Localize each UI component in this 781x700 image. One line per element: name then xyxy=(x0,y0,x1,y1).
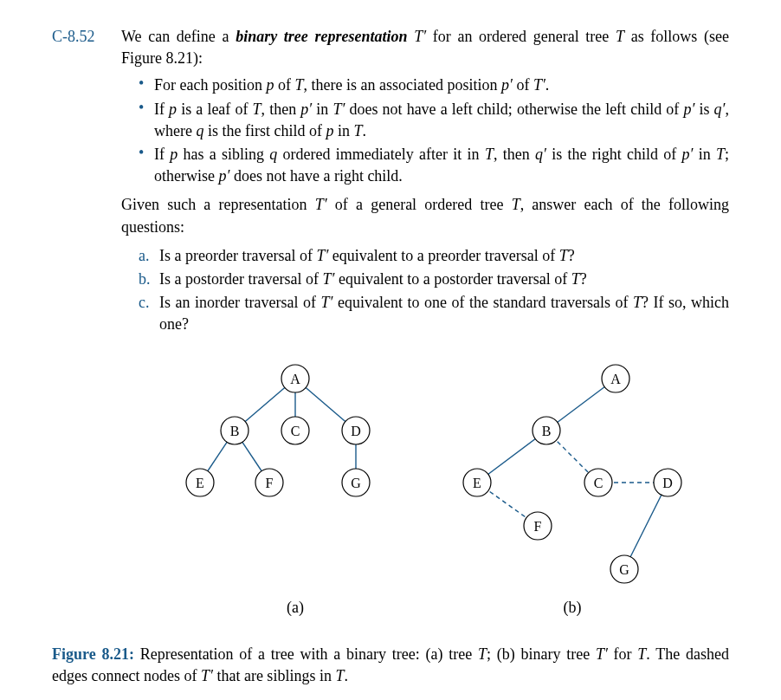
svg-text:A: A xyxy=(610,372,621,386)
intro-text-1: We can define a xyxy=(121,28,236,45)
question-label: b. xyxy=(139,269,159,290)
tree-b: A B E C D F G (b) xyxy=(463,365,681,617)
svg-text:A: A xyxy=(290,372,300,386)
problem-number: C-8.52 xyxy=(52,26,121,48)
given-paragraph: Given such a representation T′ of a gene… xyxy=(121,194,729,237)
node-c2: C xyxy=(584,469,612,496)
intro-bold: binary tree representation xyxy=(236,28,407,45)
bullet-item: • If p is a leaf of T, then p′ in T′ doe… xyxy=(139,99,729,142)
node-e2: E xyxy=(463,469,491,496)
figure-label: Figure 8.21: xyxy=(52,645,134,663)
bullet-icon: • xyxy=(139,144,154,163)
svg-text:D: D xyxy=(351,424,361,438)
question-label: a. xyxy=(139,245,159,267)
node-e: E xyxy=(186,469,214,496)
svg-text:G: G xyxy=(619,562,629,577)
tree-a: A B C D E F G (a) xyxy=(186,365,370,617)
figure-caption: Figure 8.21: Representation of a tree wi… xyxy=(52,644,729,687)
question-list: a. Is a preorder traversal of T′ equival… xyxy=(139,245,729,336)
question-c: c. Is an inorder traversal of T′ equival… xyxy=(139,292,729,335)
question-b: b. Is a postorder traversal of T′ equiva… xyxy=(139,269,729,290)
intro-line: We can define a binary tree representati… xyxy=(121,26,729,69)
node-f2: F xyxy=(524,512,552,540)
node-b: B xyxy=(221,417,248,444)
question-text: Is a preorder traversal of T′ equivalent… xyxy=(159,245,729,267)
svg-text:G: G xyxy=(351,476,361,490)
bullet-text: If p is a leaf of T, then p′ in T′ does … xyxy=(154,99,729,142)
svg-text:B: B xyxy=(542,424,552,438)
figure-caption-text: Representation of a tree with a binary t… xyxy=(52,645,729,684)
svg-text:E: E xyxy=(473,476,481,490)
question-a: a. Is a preorder traversal of T′ equival… xyxy=(139,245,729,267)
svg-text:B: B xyxy=(230,424,240,438)
svg-text:E: E xyxy=(196,476,204,490)
figure-area: A B C D E F G (a) xyxy=(121,353,729,627)
bullet-list: • For each position p of T, there is an … xyxy=(139,75,729,187)
node-d2: D xyxy=(654,469,681,496)
svg-line-22 xyxy=(624,483,668,569)
bullet-text: If p has a sibling q ordered immediately… xyxy=(154,144,729,187)
svg-text:C: C xyxy=(594,476,604,490)
bullet-text: For each position p of T, there is an as… xyxy=(154,75,729,96)
svg-text:C: C xyxy=(291,424,300,438)
node-a: A xyxy=(281,365,309,392)
node-b2: B xyxy=(532,417,560,444)
figure-svg: A B C D E F G (a) xyxy=(148,353,702,621)
node-c: C xyxy=(281,417,309,444)
node-d: D xyxy=(342,417,370,444)
node-g: G xyxy=(342,469,370,496)
svg-text:F: F xyxy=(534,519,542,534)
question-text: Is an inorder traversal of T′ equivalent… xyxy=(159,292,729,335)
sublabel-a: (a) xyxy=(287,599,304,617)
node-a2: A xyxy=(602,365,629,392)
node-f: F xyxy=(255,469,283,496)
question-text: Is a postorder traversal of T′ equivalen… xyxy=(159,269,729,290)
question-label: c. xyxy=(139,292,159,314)
bullet-item: • For each position p of T, there is an … xyxy=(139,75,729,96)
problem-block: C-8.52 We can define a binary tree repre… xyxy=(52,26,729,637)
problem-body: We can define a binary tree representati… xyxy=(121,26,729,637)
sublabel-b: (b) xyxy=(564,599,582,617)
svg-text:F: F xyxy=(266,476,274,490)
bullet-icon: • xyxy=(139,75,154,94)
bullet-item: • If p has a sibling q ordered immediate… xyxy=(139,144,729,187)
node-g2: G xyxy=(610,555,638,583)
bullet-icon: • xyxy=(139,99,154,118)
svg-text:D: D xyxy=(662,476,673,490)
